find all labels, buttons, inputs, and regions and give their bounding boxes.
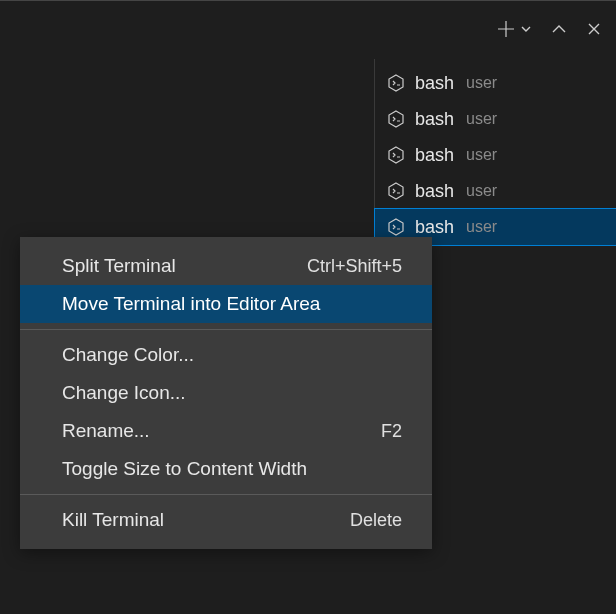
menu-item-shortcut: Delete [350, 510, 402, 531]
menu-item[interactable]: Change Color... [20, 336, 432, 374]
terminal-shell-label: bash [415, 107, 454, 131]
menu-item-shortcut: F2 [381, 421, 402, 442]
terminal-icon [387, 146, 405, 164]
terminal-shell-label: bash [415, 179, 454, 203]
menu-item[interactable]: Rename...F2 [20, 412, 432, 450]
close-panel-button[interactable] [586, 21, 602, 37]
menu-item-shortcut: Ctrl+Shift+5 [307, 256, 402, 277]
menu-item-label: Move Terminal into Editor Area [62, 293, 320, 315]
terminal-shell-label: bash [415, 215, 454, 239]
terminal-icon [387, 218, 405, 236]
menu-item[interactable]: Change Icon... [20, 374, 432, 412]
menu-item-label: Change Icon... [62, 382, 186, 404]
terminal-tab[interactable]: bashuser [375, 173, 616, 209]
terminal-user-label: user [466, 143, 497, 167]
plus-icon [496, 19, 516, 39]
menu-item-label: Toggle Size to Content Width [62, 458, 307, 480]
terminal-shell-label: bash [415, 143, 454, 167]
terminal-icon [387, 182, 405, 200]
terminal-context-menu: Split TerminalCtrl+Shift+5Move Terminal … [20, 237, 432, 549]
menu-item[interactable]: Split TerminalCtrl+Shift+5 [20, 247, 432, 285]
menu-separator [20, 329, 432, 330]
terminal-user-label: user [466, 179, 497, 203]
terminal-tab[interactable]: bashuser [375, 65, 616, 101]
chevron-down-icon [520, 23, 532, 35]
menu-item-label: Split Terminal [62, 255, 176, 277]
chevron-up-icon [550, 20, 568, 38]
menu-item-label: Rename... [62, 420, 150, 442]
terminal-toolbar [496, 19, 602, 39]
terminal-user-label: user [466, 71, 497, 95]
terminal-shell-label: bash [415, 71, 454, 95]
terminal-list: bashuserbashuserbashuserbashuserbashuser [374, 59, 616, 245]
menu-item[interactable]: Kill TerminalDelete [20, 501, 432, 539]
menu-item-label: Change Color... [62, 344, 194, 366]
terminal-icon [387, 110, 405, 128]
menu-item[interactable]: Toggle Size to Content Width [20, 450, 432, 488]
terminal-tab[interactable]: bashuser [375, 137, 616, 173]
menu-item[interactable]: Move Terminal into Editor Area [20, 285, 432, 323]
terminal-icon [387, 74, 405, 92]
terminal-user-label: user [466, 215, 497, 239]
close-icon [586, 21, 602, 37]
new-terminal-button[interactable] [496, 19, 516, 39]
terminal-user-label: user [466, 107, 497, 131]
terminal-tab[interactable]: bashuser [375, 101, 616, 137]
maximize-panel-button[interactable] [550, 20, 568, 38]
menu-item-label: Kill Terminal [62, 509, 164, 531]
new-terminal-dropdown[interactable] [520, 23, 532, 35]
menu-separator [20, 494, 432, 495]
